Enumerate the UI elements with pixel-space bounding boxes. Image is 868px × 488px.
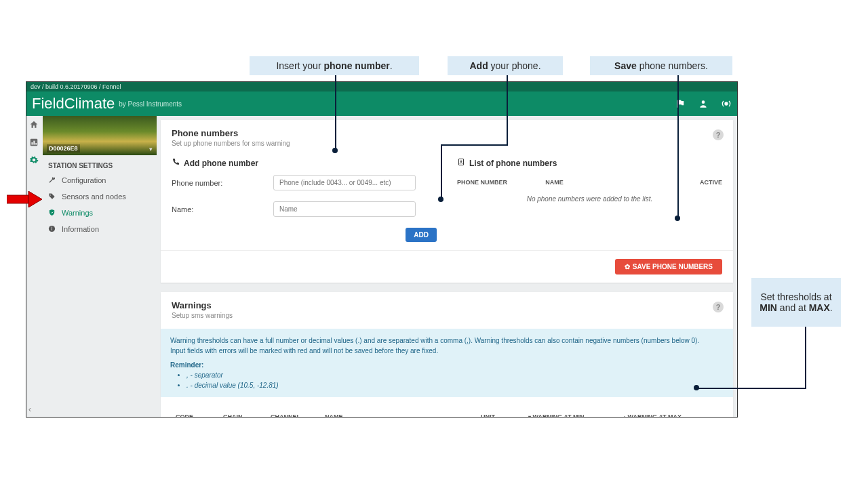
settings-title: STATION SETTINGS bbox=[43, 155, 157, 172]
app-frame: dev / build 0.6.20170906 / Fennel FieldC… bbox=[26, 81, 738, 418]
annotation-thresholds: Set thresholds at MIN and at MAX. bbox=[751, 278, 841, 327]
phone-icon bbox=[172, 158, 180, 168]
tag-icon bbox=[48, 192, 56, 201]
station-dropdown-icon[interactable]: ▾ bbox=[149, 146, 153, 152]
station-image[interactable]: D00026E8 ▾ bbox=[43, 116, 157, 155]
save-icon: ✿ bbox=[625, 263, 630, 270]
warnings-table: CODE CHAIN CHANNEL NAME UNIT ▾ WARNING A… bbox=[172, 407, 722, 418]
svg-point-12 bbox=[460, 161, 462, 162]
station-id: D00026E8 bbox=[47, 144, 80, 152]
phone-name-label: Name: bbox=[172, 205, 273, 214]
phone-name-input[interactable] bbox=[273, 201, 416, 217]
callout-arrow-icon bbox=[7, 191, 42, 207]
warnings-infobox: Warning thresholds can have a full numbe… bbox=[161, 329, 733, 397]
th-chain[interactable]: CHAIN bbox=[223, 413, 271, 418]
svg-marker-1 bbox=[28, 191, 42, 207]
nav-item-warnings[interactable]: Warnings bbox=[43, 205, 157, 221]
empty-list-message: No phone numbers were added to the list. bbox=[457, 190, 722, 208]
help-icon[interactable]: ? bbox=[713, 302, 724, 312]
broadcast-icon[interactable] bbox=[721, 98, 732, 109]
warnings-card: ? Warnings Setup sms warnings Warning th… bbox=[161, 292, 733, 418]
annotation-add: Add your phone. bbox=[448, 56, 563, 75]
settings-nav: Configuration Sensors and nodes Warnings… bbox=[43, 172, 157, 237]
side-panel: D00026E8 ▾ STATION SETTINGS Configuratio… bbox=[43, 116, 157, 418]
th-phone: PHONE NUMBER bbox=[457, 179, 545, 186]
save-phone-numbers-button[interactable]: ✿ SAVE PHONE NUMBERS bbox=[615, 259, 722, 274]
info-icon bbox=[48, 225, 56, 233]
svg-rect-6 bbox=[33, 141, 35, 145]
icon-rail bbox=[26, 116, 43, 418]
gear-icon[interactable] bbox=[29, 155, 40, 166]
th-name[interactable]: NAME bbox=[325, 413, 481, 418]
svg-rect-0 bbox=[7, 195, 28, 203]
svg-rect-9 bbox=[52, 228, 52, 230]
sort-asc-icon: ▴ bbox=[623, 414, 626, 418]
phone-number-label: Phone number: bbox=[172, 179, 273, 187]
svg-point-2 bbox=[702, 100, 705, 104]
svg-rect-5 bbox=[32, 142, 33, 145]
nav-item-configuration[interactable]: Configuration bbox=[43, 172, 157, 188]
chart-icon[interactable] bbox=[29, 138, 40, 148]
nav-item-sensors[interactable]: Sensors and nodes bbox=[43, 188, 157, 205]
help-icon[interactable]: ? bbox=[713, 129, 724, 140]
topbar: FieldClimate by Pessl Instruments bbox=[26, 92, 737, 116]
annotation-save: Save phone numbers. bbox=[590, 56, 732, 75]
svg-point-3 bbox=[725, 102, 728, 105]
phone-number-input[interactable] bbox=[273, 175, 416, 190]
brand-subtitle: by Pessl Instruments bbox=[119, 100, 182, 108]
th-warning-min[interactable]: ▾ WARNING AT MIN bbox=[528, 413, 623, 418]
th-code[interactable]: CODE bbox=[176, 413, 223, 418]
contact-icon bbox=[457, 158, 465, 168]
th-unit[interactable]: UNIT bbox=[481, 413, 528, 418]
phone-subtitle: Set up phone numbers for sms warning bbox=[172, 140, 722, 147]
nav-item-information[interactable]: Information bbox=[43, 221, 157, 237]
annotation-insert: Insert your phone number. bbox=[250, 56, 419, 75]
svg-rect-7 bbox=[35, 143, 37, 144]
add-phone-section: Add phone number Phone number: Name: ADD bbox=[172, 158, 437, 242]
build-bar: dev / build 0.6.20170906 / Fennel bbox=[26, 82, 737, 92]
brand-logo: FieldClimate bbox=[32, 95, 115, 113]
th-warning-max[interactable]: ▴ WARNING AT MAX bbox=[623, 413, 718, 418]
home-icon[interactable] bbox=[29, 120, 40, 131]
sort-desc-icon: ▾ bbox=[528, 414, 531, 418]
svg-point-10 bbox=[52, 227, 52, 228]
add-button[interactable]: ADD bbox=[406, 228, 437, 242]
phone-list-section: List of phone numbers PHONE NUMBER NAME … bbox=[457, 158, 722, 242]
flag-icon[interactable] bbox=[675, 98, 686, 109]
th-name: NAME bbox=[545, 179, 633, 186]
warnings-subtitle: Setup sms warnings bbox=[172, 312, 722, 319]
wrench-icon bbox=[48, 176, 56, 184]
phone-title: Phone numbers bbox=[172, 128, 722, 138]
shield-icon bbox=[48, 209, 56, 217]
main-content: ? Phone numbers Set up phone numbers for… bbox=[157, 116, 737, 418]
th-channel[interactable]: CHANNEL bbox=[271, 413, 325, 418]
warnings-title: Warnings bbox=[172, 300, 722, 310]
collapse-sidebar-icon[interactable]: ‹ bbox=[28, 405, 31, 414]
user-icon[interactable] bbox=[698, 98, 709, 109]
